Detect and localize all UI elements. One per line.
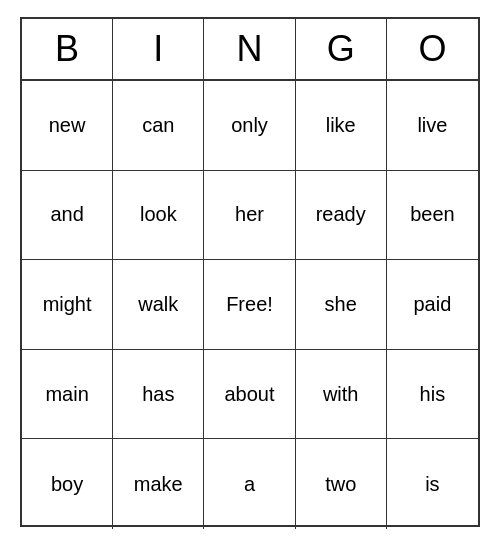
bingo-cell-r0-c0[interactable]: new [22, 81, 113, 171]
bingo-grid: newcanonlylikeliveandlookherreadybeenmig… [22, 81, 478, 529]
bingo-cell-r3-c2[interactable]: about [204, 350, 295, 440]
bingo-cell-r4-c1[interactable]: make [113, 439, 204, 529]
bingo-cell-r1-c3[interactable]: ready [296, 171, 387, 261]
bingo-cell-r0-c3[interactable]: like [296, 81, 387, 171]
bingo-cell-r2-c2[interactable]: Free! [204, 260, 295, 350]
bingo-card: BINGO newcanonlylikeliveandlookherreadyb… [20, 17, 480, 527]
bingo-cell-r3-c0[interactable]: main [22, 350, 113, 440]
bingo-cell-r1-c4[interactable]: been [387, 171, 478, 261]
bingo-cell-r0-c4[interactable]: live [387, 81, 478, 171]
bingo-cell-r2-c3[interactable]: she [296, 260, 387, 350]
bingo-cell-r4-c3[interactable]: two [296, 439, 387, 529]
bingo-cell-r2-c1[interactable]: walk [113, 260, 204, 350]
header-letter-i: I [113, 19, 204, 79]
bingo-cell-r3-c4[interactable]: his [387, 350, 478, 440]
bingo-cell-r2-c4[interactable]: paid [387, 260, 478, 350]
header-letter-g: G [296, 19, 387, 79]
bingo-cell-r3-c1[interactable]: has [113, 350, 204, 440]
bingo-cell-r4-c4[interactable]: is [387, 439, 478, 529]
bingo-cell-r0-c2[interactable]: only [204, 81, 295, 171]
bingo-cell-r4-c0[interactable]: boy [22, 439, 113, 529]
header-letter-b: B [22, 19, 113, 79]
bingo-cell-r2-c0[interactable]: might [22, 260, 113, 350]
bingo-cell-r1-c0[interactable]: and [22, 171, 113, 261]
bingo-cell-r0-c1[interactable]: can [113, 81, 204, 171]
bingo-cell-r1-c1[interactable]: look [113, 171, 204, 261]
bingo-header: BINGO [22, 19, 478, 81]
header-letter-n: N [204, 19, 295, 79]
bingo-cell-r1-c2[interactable]: her [204, 171, 295, 261]
bingo-cell-r3-c3[interactable]: with [296, 350, 387, 440]
bingo-cell-r4-c2[interactable]: a [204, 439, 295, 529]
header-letter-o: O [387, 19, 478, 79]
